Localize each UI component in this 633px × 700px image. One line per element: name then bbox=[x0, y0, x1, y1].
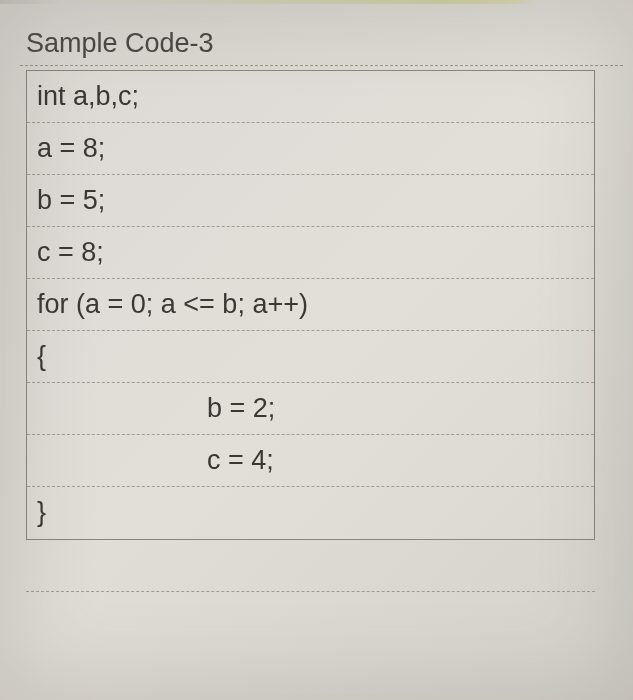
code-line-declaration: int a,b,c; bbox=[27, 71, 594, 123]
document-container: Sample Code-3 int a,b,c; a = 8; b = 5; c… bbox=[20, 20, 623, 690]
code-line-assign-a: a = 8; bbox=[27, 123, 594, 175]
code-line-assign-b: b = 5; bbox=[27, 175, 594, 227]
code-line-open-brace: { bbox=[27, 331, 594, 383]
code-line-for-loop: for (a = 0; a <= b; a++) bbox=[27, 279, 594, 331]
code-title: Sample Code-3 bbox=[20, 20, 623, 66]
code-line-close-brace: } bbox=[27, 487, 594, 539]
code-box: int a,b,c; a = 8; b = 5; c = 8; for (a =… bbox=[26, 70, 595, 540]
code-line-body-c: c = 4; bbox=[27, 435, 594, 487]
empty-row bbox=[26, 540, 595, 592]
code-line-assign-c: c = 8; bbox=[27, 227, 594, 279]
code-line-body-b: b = 2; bbox=[27, 383, 594, 435]
